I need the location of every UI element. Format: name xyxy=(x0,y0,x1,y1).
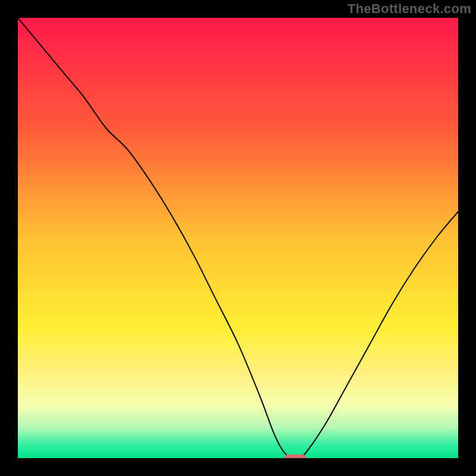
chart-svg xyxy=(18,18,458,458)
gradient-background xyxy=(18,18,458,458)
chart-frame: TheBottleneck.com xyxy=(0,0,476,476)
plot-area xyxy=(18,18,458,458)
optimal-marker xyxy=(284,455,306,458)
watermark-text: TheBottleneck.com xyxy=(347,1,471,17)
